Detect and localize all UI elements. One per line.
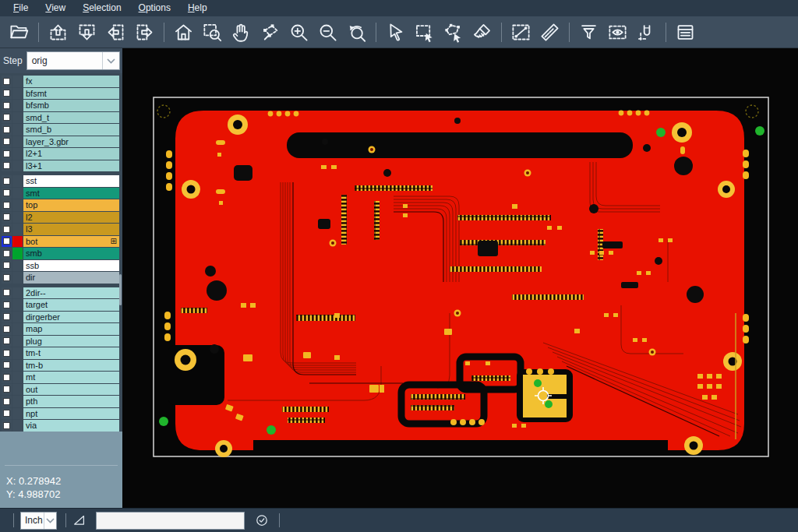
layer-color-swatch[interactable] — [12, 384, 23, 396]
layer-color-swatch[interactable] — [12, 408, 23, 420]
layer-row-out[interactable]: out — [0, 384, 122, 396]
layer-visibility-checkbox[interactable] — [2, 347, 12, 359]
corner-tool-icon[interactable] — [70, 511, 89, 530]
layer-color-swatch[interactable] — [12, 360, 23, 372]
layer-row-l3+1[interactable]: l3+1 — [0, 160, 122, 172]
snap-icon[interactable] — [632, 18, 661, 46]
layer-color-swatch[interactable] — [12, 396, 23, 407]
layer-name-label[interactable]: layer_3.gbr — [23, 136, 119, 148]
select-polygon-icon[interactable] — [439, 18, 468, 46]
layer-row-smb[interactable]: smb — [0, 248, 122, 259]
layer-row-l3[interactable]: l3 — [0, 224, 122, 235]
import-left-icon[interactable] — [101, 18, 130, 46]
layer-color-swatch[interactable] — [12, 124, 23, 136]
layer-name-label[interactable]: l3+1 — [23, 160, 119, 172]
layer-name-label[interactable]: bot⊞ — [23, 236, 119, 248]
pan-hand-icon[interactable] — [227, 18, 256, 46]
layer-visibility-checkbox[interactable] — [2, 360, 12, 372]
ruler-icon[interactable] — [535, 18, 564, 46]
layer-row-mt[interactable]: mt — [0, 372, 122, 383]
layer-name-label[interactable]: out — [23, 384, 119, 396]
layer-color-swatch[interactable] — [12, 212, 23, 224]
clear-highlight-icon[interactable] — [468, 18, 496, 46]
layer-color-swatch[interactable] — [12, 175, 23, 187]
layer-visibility-checkbox[interactable] — [2, 372, 12, 383]
zoom-in-icon[interactable] — [284, 18, 313, 46]
step-select[interactable]: orig — [26, 51, 120, 70]
import-right-icon[interactable] — [130, 18, 159, 46]
layer-color-swatch[interactable] — [12, 224, 23, 235]
layer-name-label[interactable]: target — [23, 299, 119, 311]
layer-row-dirgerber[interactable]: dirgerber — [0, 312, 122, 323]
layer-color-swatch[interactable] — [12, 287, 23, 299]
layer-visibility-checkbox[interactable] — [2, 336, 12, 347]
zoom-previous-icon[interactable] — [342, 18, 371, 46]
import-down-icon[interactable] — [72, 18, 101, 46]
layer-name-label[interactable]: dir — [23, 272, 119, 284]
layer-name-label[interactable]: 2dir-- — [23, 287, 119, 299]
layer-name-label[interactable]: tm-t — [23, 347, 119, 359]
layer-visibility-checkbox[interactable] — [2, 160, 12, 172]
layer-color-swatch[interactable] — [12, 88, 23, 100]
layer-name-label[interactable]: dirgerber — [23, 312, 119, 323]
refresh-check-icon[interactable] — [252, 511, 271, 530]
open-file-icon[interactable] — [5, 18, 34, 46]
filter-icon[interactable] — [574, 18, 603, 46]
menu-options[interactable]: Options — [130, 1, 179, 16]
layer-name-label[interactable]: top — [23, 199, 119, 211]
layer-color-swatch[interactable] — [12, 112, 23, 124]
layer-row-smd_b[interactable]: smd_b — [0, 124, 122, 136]
home-view-icon[interactable] — [169, 18, 198, 46]
layer-color-swatch[interactable] — [12, 312, 23, 323]
layer-name-label[interactable]: bfsmt — [23, 88, 119, 100]
layer-color-swatch[interactable] — [12, 248, 23, 259]
layer-visibility-checkbox[interactable] — [2, 248, 12, 259]
layer-color-swatch[interactable] — [12, 272, 23, 284]
layer-visibility-checkbox[interactable] — [2, 312, 12, 323]
layer-color-swatch[interactable] — [12, 100, 23, 111]
properties-panel-icon[interactable] — [671, 18, 700, 46]
layer-visibility-checkbox[interactable] — [2, 124, 12, 136]
layer-visibility-checkbox[interactable] — [2, 188, 12, 199]
layer-row-bot[interactable]: bot⊞ — [0, 236, 122, 248]
layer-name-label[interactable]: pth — [23, 396, 119, 407]
layer-row-l2[interactable]: l2 — [0, 212, 122, 224]
layer-name-label[interactable]: fx — [23, 76, 119, 87]
layer-row-dir[interactable]: dir — [0, 272, 122, 284]
layer-visibility-checkbox[interactable] — [2, 408, 12, 420]
layer-color-swatch[interactable] — [12, 148, 23, 160]
layer-row-bfsmt[interactable]: bfsmt — [0, 88, 122, 100]
layer-row-2dir--[interactable]: 2dir-- — [0, 287, 122, 299]
sidebar-scrollbar[interactable] — [119, 274, 122, 305]
layer-visibility-checkbox[interactable] — [2, 287, 12, 299]
layer-row-ssb[interactable]: ssb — [0, 260, 122, 272]
layer-visibility-checkbox[interactable] — [2, 136, 12, 148]
command-input[interactable] — [96, 512, 245, 530]
menu-help[interactable]: Help — [179, 1, 216, 16]
layer-row-pth[interactable]: pth — [0, 396, 122, 407]
zoom-out-icon[interactable] — [313, 18, 342, 46]
layer-visibility-checkbox[interactable] — [2, 148, 12, 160]
layer-color-swatch[interactable] — [12, 76, 23, 87]
layer-name-label[interactable]: ssb — [23, 260, 119, 272]
layer-row-tm-b[interactable]: tm-b — [0, 360, 122, 372]
menu-file[interactable]: File — [5, 1, 37, 16]
pcb-canvas[interactable] — [122, 48, 798, 508]
layer-visibility-checkbox[interactable] — [2, 76, 12, 87]
layer-color-swatch[interactable] — [12, 336, 23, 347]
layer-row-npt[interactable]: npt — [0, 408, 122, 420]
layer-visibility-checkbox[interactable] — [2, 199, 12, 211]
layer-visibility-checkbox[interactable] — [2, 272, 12, 284]
layer-visibility-checkbox[interactable] — [2, 212, 12, 224]
layer-visibility-checkbox[interactable] — [2, 260, 12, 272]
import-up-icon[interactable] — [44, 18, 72, 46]
layer-visibility-checkbox[interactable] — [2, 384, 12, 396]
layer-name-label[interactable]: smd_t — [23, 112, 119, 124]
layer-visibility-checkbox[interactable] — [2, 175, 12, 187]
layer-name-label[interactable]: map — [23, 323, 119, 335]
layer-row-layer_3.gbr[interactable]: layer_3.gbr — [0, 136, 122, 148]
layer-visibility-checkbox[interactable] — [2, 396, 12, 407]
layer-color-swatch[interactable] — [12, 160, 23, 172]
layer-row-map[interactable]: map — [0, 323, 122, 335]
layer-color-swatch[interactable] — [12, 260, 23, 272]
